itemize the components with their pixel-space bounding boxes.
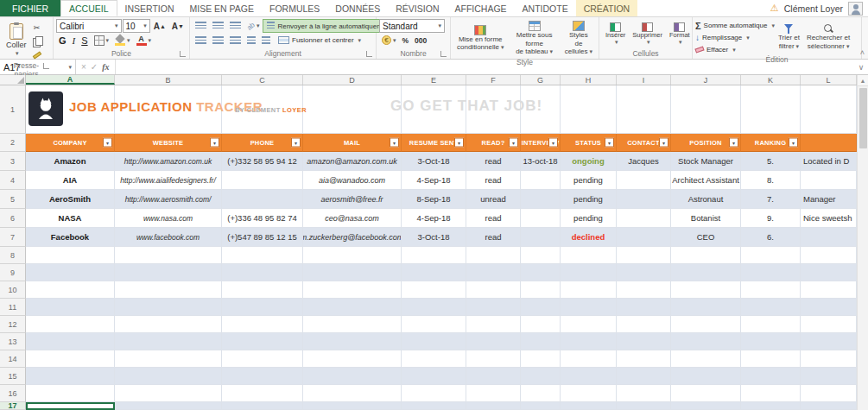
cell-D8[interactable] bbox=[303, 247, 402, 264]
column-header-F[interactable]: F bbox=[466, 75, 521, 85]
cell-L16[interactable] bbox=[801, 385, 857, 402]
header-cell-extra[interactable] bbox=[801, 134, 857, 152]
row-header-9[interactable]: 9 bbox=[0, 264, 26, 281]
column-header-D[interactable]: D bbox=[303, 75, 402, 85]
cell-F17[interactable] bbox=[466, 402, 521, 410]
collapse-ribbon-icon[interactable]: ˄ bbox=[860, 48, 865, 57]
cell-D16[interactable] bbox=[303, 385, 402, 402]
cell-D14[interactable] bbox=[303, 350, 402, 368]
cell-K1[interactable] bbox=[741, 85, 801, 134]
cell-D9[interactable] bbox=[303, 264, 402, 281]
italic-button[interactable]: I bbox=[70, 34, 79, 47]
currency-button[interactable]: €▾ bbox=[379, 34, 399, 47]
cell-G8[interactable] bbox=[521, 247, 561, 264]
orientation-button[interactable]: ab▾ bbox=[244, 20, 262, 33]
cell-F12[interactable] bbox=[466, 316, 521, 333]
row-header-6[interactable]: 6 bbox=[0, 209, 26, 228]
cell-I11[interactable] bbox=[617, 299, 671, 316]
cell-G17[interactable] bbox=[521, 402, 561, 410]
cell-I1[interactable] bbox=[617, 85, 671, 134]
cell-B7[interactable]: www.facebook.com bbox=[115, 228, 222, 247]
cell-F15[interactable] bbox=[466, 368, 521, 385]
cell-J16[interactable] bbox=[671, 385, 741, 402]
cell-H11[interactable] bbox=[561, 299, 617, 316]
header-cell-company[interactable]: COMPANY▾ bbox=[26, 134, 115, 152]
cell-I10[interactable] bbox=[617, 281, 671, 299]
cell-E9[interactable] bbox=[402, 264, 466, 281]
filter-icon[interactable]: ▾ bbox=[454, 138, 464, 148]
cell-K17[interactable] bbox=[741, 402, 801, 410]
font-size-select[interactable]: 10▾ bbox=[123, 19, 150, 33]
underline-button[interactable]: S bbox=[79, 34, 90, 47]
cell-C6[interactable]: (+)336 48 95 82 74 bbox=[222, 209, 303, 228]
cell-K4[interactable]: 8. bbox=[741, 171, 801, 190]
cell-G16[interactable] bbox=[521, 385, 561, 402]
format-as-table-button[interactable]: Mettre sous formede tableau▾ bbox=[507, 19, 561, 58]
header-cell-read?[interactable]: READ?▾ bbox=[466, 134, 521, 152]
user-name[interactable]: Clément Loyer bbox=[784, 3, 843, 14]
cell-L1[interactable] bbox=[801, 85, 857, 134]
cell-F5[interactable]: unread bbox=[466, 190, 521, 209]
cell-E7[interactable]: 3-Oct-18 bbox=[402, 228, 466, 247]
align-center-button[interactable] bbox=[210, 34, 226, 47]
cell-L3[interactable]: Located in D bbox=[801, 152, 857, 171]
row-header-10[interactable]: 10 bbox=[0, 281, 26, 299]
column-header-B[interactable]: B bbox=[115, 75, 222, 85]
cell-H10[interactable] bbox=[561, 281, 617, 299]
cell-L9[interactable] bbox=[801, 264, 857, 281]
cell-G7[interactable] bbox=[521, 228, 561, 247]
shrink-font-button[interactable]: A▼ bbox=[169, 20, 187, 33]
cell-D17[interactable] bbox=[303, 402, 402, 410]
cell-C10[interactable] bbox=[222, 281, 303, 299]
cell-B13[interactable] bbox=[115, 333, 222, 350]
filter-icon[interactable]: ▾ bbox=[789, 138, 798, 148]
cell-A7[interactable]: Facebook bbox=[26, 228, 115, 247]
clipboard-dialog-launcher[interactable] bbox=[43, 63, 49, 69]
cell-I15[interactable] bbox=[617, 368, 671, 385]
cancel-icon[interactable]: × bbox=[81, 62, 86, 72]
cell-C17[interactable] bbox=[222, 402, 303, 410]
header-cell-contact[interactable]: CONTACT▾ bbox=[617, 134, 671, 152]
align-right-button[interactable] bbox=[227, 34, 244, 47]
row-header-14[interactable]: 14 bbox=[0, 350, 26, 368]
cell-G11[interactable] bbox=[521, 299, 561, 316]
header-cell-phone[interactable]: PHONE▾ bbox=[222, 134, 303, 152]
tab-donnees[interactable]: DONNÉES bbox=[327, 0, 388, 16]
scroll-up-icon[interactable]: ▲ bbox=[858, 75, 868, 86]
cell-J3[interactable]: Stock Manager bbox=[671, 152, 741, 171]
cell-H8[interactable] bbox=[561, 247, 617, 264]
tab-creation[interactable]: CRÉATION bbox=[576, 0, 637, 16]
cell-A16[interactable] bbox=[26, 385, 115, 402]
tab-formules[interactable]: FORMULES bbox=[262, 0, 327, 16]
cell-J17[interactable] bbox=[671, 402, 741, 410]
cell-L14[interactable] bbox=[801, 350, 857, 368]
fill-button[interactable]: ↓Remplissage▾ bbox=[695, 32, 775, 43]
insert-cells-button[interactable]: Insérer▾ bbox=[602, 19, 629, 49]
cell-H5[interactable]: pending bbox=[561, 190, 617, 209]
cell-E12[interactable] bbox=[402, 316, 466, 333]
cell-B15[interactable] bbox=[115, 368, 222, 385]
autosum-button[interactable]: ΣSomme automatique▾ bbox=[695, 20, 775, 31]
select-all-corner[interactable] bbox=[0, 75, 26, 85]
cell-D5[interactable]: aerosmith@free.fr bbox=[303, 190, 402, 209]
cell-K8[interactable] bbox=[741, 247, 801, 264]
cell-A5[interactable]: AeroSmith bbox=[26, 190, 115, 209]
cell-F6[interactable]: read bbox=[466, 209, 521, 228]
cell-F10[interactable] bbox=[466, 281, 521, 299]
row-header-13[interactable]: 13 bbox=[0, 333, 26, 350]
cell-L15[interactable] bbox=[801, 368, 857, 385]
cell-B17[interactable] bbox=[115, 402, 222, 410]
cell-A10[interactable] bbox=[26, 281, 115, 299]
cell-C9[interactable] bbox=[222, 264, 303, 281]
filter-icon[interactable]: ▾ bbox=[210, 138, 219, 148]
find-select-button[interactable]: Rechercher etsélectionner▾ bbox=[803, 19, 853, 55]
cell-B4[interactable]: http://www.aialifedesigners.fr/ bbox=[115, 171, 222, 190]
column-header-A[interactable]: A bbox=[26, 75, 115, 85]
cell-H15[interactable] bbox=[561, 368, 617, 385]
cell-C4[interactable] bbox=[222, 171, 303, 190]
cell-L8[interactable] bbox=[801, 247, 857, 264]
cell-G5[interactable] bbox=[521, 190, 561, 209]
cell-D10[interactable] bbox=[303, 281, 402, 299]
cell-K14[interactable] bbox=[741, 350, 801, 368]
cell-J1[interactable] bbox=[671, 85, 741, 134]
